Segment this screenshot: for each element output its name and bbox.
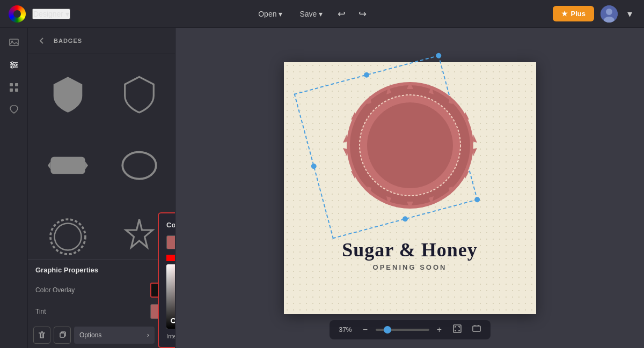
sidebar-icon-filters[interactable]	[4, 55, 24, 75]
canvas-title: Sugar & Honey	[284, 239, 536, 261]
svg-rect-50	[453, 325, 461, 332]
canvas[interactable]: Sugar & Honey OPENING SOON	[284, 62, 536, 314]
svg-point-20	[55, 224, 82, 250]
shapes-panel-title: BADGES	[54, 38, 82, 44]
badge-svg	[335, 70, 485, 220]
options-arrow: ›	[147, 331, 149, 339]
handle-left[interactable]	[310, 162, 317, 169]
plus-upgrade-button[interactable]: ★ Plus	[553, 6, 594, 21]
cp-picker-dot[interactable]	[171, 318, 175, 323]
shape-item[interactable]	[106, 61, 173, 128]
handle-top-right[interactable]	[435, 52, 442, 58]
duplicate-button[interactable]	[54, 327, 71, 344]
svg-marker-37	[473, 148, 477, 156]
cp-gradient-wrapper	[166, 264, 175, 329]
svg-marker-35	[465, 112, 469, 120]
svg-marker-45	[343, 148, 347, 156]
color-picker-title: Color Picker	[166, 221, 175, 229]
svg-rect-3	[10, 39, 18, 46]
sidebar-icon-favorites[interactable]	[4, 100, 24, 120]
svg-rect-11	[10, 83, 13, 86]
color-overlay-row: Color Overlay ✓	[28, 279, 175, 301]
account-chevron[interactable]: ▾	[624, 5, 635, 23]
canvas-subtitle: OPENING SOON	[284, 263, 536, 271]
bottom-bar: 37% − +	[330, 320, 491, 339]
avatar[interactable]	[601, 5, 618, 23]
delete-button[interactable]	[33, 327, 50, 344]
open-button[interactable]: Open ▾	[253, 6, 288, 21]
shape-item[interactable]	[34, 61, 101, 128]
plus-icon: ★	[561, 10, 568, 18]
svg-point-9	[14, 64, 17, 66]
svg-rect-26	[60, 333, 64, 337]
cp-current-swatch[interactable]	[166, 235, 175, 249]
app-logo	[9, 5, 26, 23]
shapes-panel: BADGES Graphic Properties ✕	[28, 28, 175, 348]
svg-point-10	[11, 66, 13, 68]
svg-marker-47	[351, 112, 355, 120]
graphic-properties-header: Graphic Properties ✕	[28, 260, 175, 279]
zoom-in-button[interactable]: +	[434, 324, 445, 336]
svg-rect-12	[15, 83, 18, 86]
shapes-back-button[interactable]	[34, 33, 49, 48]
svg-marker-17	[85, 161, 88, 169]
tint-label: Tint	[35, 308, 145, 315]
svg-marker-16	[48, 161, 50, 169]
canvas-text-area: Sugar & Honey OPENING SOON	[284, 239, 536, 271]
svg-marker-36	[473, 135, 477, 143]
svg-marker-38	[465, 171, 469, 179]
undo-button[interactable]: ↩	[334, 5, 349, 23]
sidebar-icon-grid[interactable]	[4, 77, 24, 98]
fullscreen-button[interactable]	[450, 323, 465, 336]
color-overlay-label: Color Overlay	[35, 286, 145, 294]
zoom-out-button[interactable]: −	[360, 324, 371, 336]
swatch-red[interactable]	[166, 255, 175, 261]
save-button[interactable]: Save ▾	[294, 6, 328, 21]
properties-bottom-bar: Options › ›	[28, 322, 175, 348]
svg-marker-46	[343, 135, 347, 143]
graphic-properties-panel: Graphic Properties ✕ Color Overlay ✓ Tin…	[28, 259, 175, 348]
cp-gradient-layout	[166, 264, 175, 329]
shapes-header: BADGES	[28, 28, 175, 54]
svg-rect-51	[473, 326, 480, 331]
options-label: Options	[79, 331, 101, 339]
fit-screen-button[interactable]	[469, 323, 484, 336]
zoom-percent: 37%	[336, 326, 355, 334]
cp-swatches-row	[166, 255, 175, 261]
main-area: BADGES Graphic Properties ✕	[0, 28, 644, 348]
svg-point-8	[11, 62, 13, 64]
sidebar-icon-images[interactable]	[4, 32, 24, 53]
svg-point-19	[50, 219, 85, 254]
shape-item[interactable]	[34, 132, 101, 199]
intensity-label: Intensity	[166, 333, 175, 339]
brand-menu[interactable]: Designer ▾	[32, 9, 70, 19]
shape-item[interactable]	[106, 132, 173, 199]
canvas-area: Sugar & Honey OPENING SOON 37% − +	[175, 28, 644, 348]
svg-rect-13	[10, 88, 13, 92]
redo-button[interactable]: ↪	[355, 5, 370, 23]
brand-label: Designer	[33, 10, 63, 18]
svg-rect-14	[15, 88, 18, 92]
topbar: Designer ▾ Open ▾ Save ▾ ↩ ↪ ★ Plus ▾	[0, 0, 644, 28]
tint-row: Tint ✓	[28, 301, 175, 322]
cp-intensity-row: Intensity 0 %	[166, 333, 175, 339]
svg-rect-15	[50, 157, 85, 174]
brand-chevron: ▾	[65, 10, 69, 18]
color-picker-popup: Color Picker	[158, 212, 175, 348]
graphic-properties-title: Graphic Properties	[35, 266, 98, 274]
sidebar-icons	[0, 28, 28, 348]
zoom-slider[interactable]	[376, 329, 429, 331]
color-gradient-area[interactable]	[166, 264, 175, 329]
options-button[interactable]: Options ›	[74, 327, 155, 344]
svg-point-31	[367, 102, 453, 188]
color-picker-hex-row	[166, 235, 175, 249]
svg-marker-44	[351, 171, 355, 179]
svg-point-18	[122, 152, 156, 179]
svg-point-1	[606, 9, 612, 15]
